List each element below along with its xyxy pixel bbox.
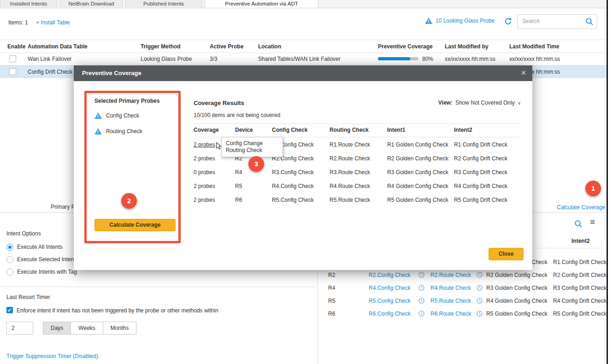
intent1-cell: R5 Golden Config Check [486,311,548,317]
intent2-cell: R1 Config Drift Check [553,259,607,265]
chevron-down-icon: ∨ [518,100,521,106]
route-check-link[interactable]: R5.Route Check [430,298,471,304]
history-clock-icon[interactable] [477,311,483,318]
intent2-column-header: Intent2 [572,238,589,244]
config-check-link[interactable]: R5.Config Check [369,298,411,304]
tab-netbrain-download[interactable]: NetBrain Download [60,0,123,7]
warning-triangle-icon [425,18,432,24]
search-icon[interactable] [585,18,593,27]
search-input[interactable]: Search [517,14,597,29]
search-placeholder: Search [522,18,540,24]
coverage-percent-label: 80% [422,56,433,62]
intent2-cell: R2 Config Drift Check [454,155,507,162]
annotation-step-1: 1 [585,181,601,196]
intent2-cell: R4 Config Drift Check [553,298,607,304]
row-checkbox[interactable] [9,55,16,62]
history-clock-icon[interactable] [477,298,483,305]
view-dropdown[interactable]: View: Show Not Covered Only ∨ [438,100,521,106]
unit-weeks-button[interactable]: Weeks [71,322,103,335]
intent2-cell: R3 Config Drift Check [553,285,607,291]
routing-check-cell: R2.Route Check [330,155,370,162]
menu-icon[interactable]: ≡ [590,217,595,227]
coverage-progress-fill [378,57,410,60]
device-cell: R4 [235,169,242,176]
config-check-link[interactable]: R4.Config Check [369,285,411,291]
close-button[interactable]: Close [489,248,524,260]
calculate-coverage-link[interactable]: Calculate Coverage [557,204,605,211]
intent2-cell: R4 Config Drift Check [454,183,507,189]
config-check-link[interactable]: R6.Config Check [369,311,411,317]
panel-search-icon[interactable] [574,220,582,229]
route-check-link[interactable]: R4.Route Check [430,285,471,291]
annotation-step-3: 3 [248,156,264,172]
history-clock-icon[interactable] [477,272,483,279]
header-config-check: Config Check [272,127,307,133]
device-cell: R5 [328,298,335,304]
unit-days-button[interactable]: Days [43,322,71,335]
header-intent2: Intent2 [454,127,472,133]
app-window: Installed Intents NetBrain Download Publ… [0,0,613,364]
trigger-suppression-link[interactable]: Trigger Suppression Timer (Disabled) [6,353,98,359]
refresh-icon[interactable] [504,18,512,27]
radio-execute-all-intents[interactable]: Execute All Intents [6,243,63,251]
header-adt: Automation Data Table [28,43,88,50]
config-check-link[interactable]: R2.Config Check [369,272,411,278]
route-check-link[interactable]: R6.Route Check [430,311,471,317]
header-routing-check: Routing Check [330,127,369,133]
coverage-count-cell[interactable]: 2 probes [194,155,215,162]
coverage-count-cell[interactable]: 2 probes [194,141,215,148]
trigger-cell: Looking Glass Probe [141,56,192,62]
cursor-icon [215,142,223,152]
install-table-button[interactable]: + Install Table [36,19,70,26]
device-cell: R5 [235,183,242,189]
probe-tooltip: Config Change Routing Check [221,137,283,157]
routing-check-cell: R1.Route Check [330,141,370,148]
routing-check-cell: R4.Route Check [330,183,370,189]
table-row[interactable]: Wan Link Failover Looking Glass Probe 3/… [0,53,607,65]
history-clock-icon[interactable] [477,285,483,292]
dialog-title: Preventive Coverage [82,65,141,81]
radio-icon [6,244,13,251]
view-value: Show Not Covered Only [455,100,515,106]
coverage-summary: 10/100 items are not being covered [194,112,280,118]
tab-published-intents[interactable]: Published Intents [125,0,202,7]
annotation-step-2: 2 [121,193,137,209]
timer-unit-group: Days Weeks Months [43,322,136,335]
intent1-cell: R1 Golden Config Check [387,141,448,148]
header-coverage: Coverage [194,127,219,133]
history-clock-icon[interactable] [418,298,424,305]
device-row: R2 R2.Config Check R2.Route Check R2 Gol… [0,270,607,281]
tooltip-line: Config Change [226,140,278,147]
route-check-link[interactable]: R2.Route Check [430,272,471,278]
tab-installed-intents[interactable]: Installed Intents [0,0,57,7]
history-clock-icon[interactable] [418,311,424,318]
history-clock-icon[interactable] [418,272,424,279]
intent-options-title: Intent Options [6,230,41,237]
probe-alert-link[interactable]: 10 Looking Glass Probe [425,18,495,24]
unit-months-button[interactable]: Months [103,322,136,335]
config-check-cell: R5.Config Check [272,197,314,203]
close-icon[interactable]: × [521,68,526,78]
tab-strip: Installed Intents NetBrain Download Publ… [0,0,607,8]
header-location: Location [258,43,281,50]
header-trigger-method: Trigger Method [141,43,181,50]
annotation-highlight-rect [84,91,181,243]
probe-alert-label: 10 Looking Glass Probe [436,18,495,24]
row-checkbox[interactable] [9,68,16,75]
timer-value-input[interactable]: 2 [6,322,33,335]
coverage-count-cell[interactable]: 2 probes [194,183,215,189]
tab-preventive-automation[interactable]: Preventive Automation via ADT [205,0,318,8]
history-clock-icon[interactable] [418,285,424,292]
intent1-cell: R2 Golden Config Check [486,272,548,278]
header-active-probe: Active Probe [210,43,243,50]
routing-check-cell: R3.Route Check [330,169,370,176]
intent1-cell: R3 Golden Config Check [387,169,448,176]
coverage-count-cell[interactable]: 0 probes [194,169,215,176]
tooltip-line: Routing Check [226,147,278,154]
routing-check-cell: R5.Route Check [330,197,370,203]
config-check-cell: R3.Config Check [272,169,314,176]
coverage-count-cell[interactable]: 2 probes [194,197,215,203]
active-probe-cell: 3/3 [210,56,218,62]
adt-cell: Config Drift Check [28,69,72,75]
window-right-border [607,0,608,364]
